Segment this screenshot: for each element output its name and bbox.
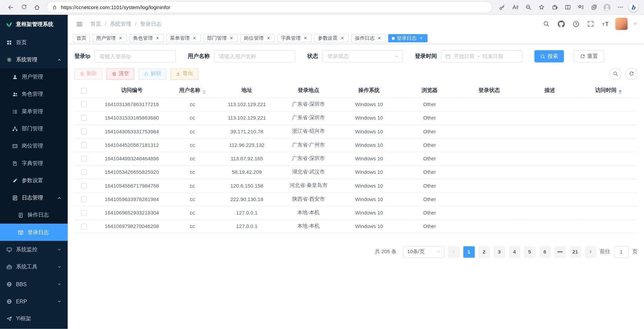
sidebar-item-yi-framework[interactable]: Yi框架 <box>0 310 68 327</box>
table-row[interactable]: 1641031367863177216 cc 113.102.129.221 广… <box>74 97 638 111</box>
sidebar-item-login-log[interactable]: 登录日志 <box>0 224 68 241</box>
breadcrumb-item[interactable]: 登录日志 <box>131 20 162 28</box>
split-screen-icon[interactable] <box>561 1 574 13</box>
sidebar-item-operation-log[interactable]: 操作日志 <box>0 206 68 224</box>
sidebar-item-system-monitor[interactable]: 系统监控 <box>0 241 68 258</box>
tab-close-icon[interactable] <box>155 36 160 41</box>
unlock-button[interactable]: 解锁 <box>138 68 166 79</box>
fullscreen-icon[interactable] <box>586 19 596 29</box>
browser-menu-dots-icon[interactable] <box>614 1 627 13</box>
password-key-icon[interactable] <box>495 1 508 13</box>
export-button[interactable]: 导出 <box>171 68 199 79</box>
favorites-bar-icon[interactable] <box>574 1 587 13</box>
tab-close-icon[interactable] <box>118 36 123 41</box>
tab[interactable]: 登录日志 <box>388 34 428 42</box>
sidebar-item-log-management[interactable]: 日志管理 <box>0 189 68 206</box>
page-number-button[interactable]: 2 <box>478 246 490 258</box>
favorites-add-icon[interactable] <box>535 1 548 13</box>
login-ip-input[interactable] <box>95 50 176 63</box>
row-checkbox[interactable] <box>81 183 86 189</box>
sidebar-item-bbs[interactable]: BBS <box>0 275 68 293</box>
sidebar-item-dept-management[interactable]: 部门管理 <box>0 120 68 137</box>
table-row[interactable]: 1641054566717984768 cc 120.6.150.158 河北省… <box>74 179 638 192</box>
sidebar-item-home[interactable]: 首页 <box>0 34 68 51</box>
browser-home-icon[interactable] <box>30 1 43 13</box>
page-number-button[interactable]: ••• <box>554 246 566 258</box>
page-number-button[interactable]: 5 <box>524 246 535 258</box>
row-checkbox[interactable] <box>81 142 86 148</box>
tab[interactable]: 岗位管理 <box>240 34 275 42</box>
page-number-button[interactable]: 3 <box>494 246 505 258</box>
tab[interactable]: 部门管理 <box>203 34 238 42</box>
clear-button[interactable]: 清空 <box>106 68 134 79</box>
prev-page-button[interactable] <box>448 246 459 258</box>
column-header-visit-time[interactable]: 访问时间 <box>579 84 637 97</box>
column-header-username[interactable]: 用户名称 <box>171 84 214 97</box>
date-range-picker[interactable]: 开始日期 - 结束日期 <box>441 50 523 63</box>
toggle-search-button[interactable] <box>610 68 621 79</box>
tab[interactable]: 用户管理 <box>93 34 127 42</box>
table-row[interactable]: 1641059633978281984 cc 222.90.130.18 陕西省… <box>74 192 638 206</box>
github-icon[interactable] <box>556 19 566 29</box>
tab-close-icon[interactable] <box>266 36 271 41</box>
tab-close-icon[interactable] <box>229 36 234 41</box>
browser-back-icon[interactable] <box>4 1 17 13</box>
next-page-button[interactable] <box>585 246 596 258</box>
browser-profile-avatar[interactable] <box>601 1 614 13</box>
sort-icons[interactable] <box>203 90 206 94</box>
status-select[interactable]: 登录状态 <box>322 50 403 63</box>
row-checkbox[interactable] <box>81 156 86 161</box>
delete-button[interactable]: 删除 <box>74 68 102 79</box>
table-row[interactable]: 1641053426655825920 cc 58.19.42.209 湖北省-… <box>74 165 638 179</box>
table-row[interactable]: 1641044993248464896 cc 113.87.92.165 广东省… <box>74 152 638 165</box>
breadcrumb-item[interactable]: 首页 <box>91 20 101 28</box>
row-checkbox[interactable] <box>81 210 86 216</box>
breadcrumb-item[interactable]: 系统管理 <box>101 20 131 28</box>
table-row[interactable]: 1641069798270046208 cc 127.0.0.1 本地-本机 W… <box>74 220 638 233</box>
app-logo[interactable]: 意框架管理系统 <box>0 15 68 34</box>
row-checkbox[interactable] <box>81 115 86 121</box>
search-button[interactable]: 搜索 <box>534 50 564 63</box>
sidebar-item-menu-management[interactable]: 菜单管理 <box>0 103 68 120</box>
sidebar-item-role-management[interactable]: 角色管理 <box>0 86 68 103</box>
sort-icons[interactable] <box>618 90 622 94</box>
help-question-icon[interactable]: ? <box>571 19 581 29</box>
page-number-button[interactable]: 1 <box>463 246 474 258</box>
sidebar-item-system-tools[interactable]: 系统工具 <box>0 258 68 275</box>
table-row[interactable]: 1641044520567181312 cc 112.96.225.132 广东… <box>74 138 638 152</box>
address-bar[interactable]: https://ccnetcore.com:1101/system/log/lo… <box>47 2 492 13</box>
row-checkbox[interactable] <box>81 224 86 229</box>
tab[interactable]: 操作日志 <box>351 34 386 42</box>
row-checkbox[interactable] <box>81 169 86 175</box>
page-size-select[interactable]: 10条/页 <box>403 246 444 258</box>
sidebar-item-param-settings[interactable]: 参数设置 <box>0 172 68 189</box>
sidebar-item-user-management[interactable]: 用户管理 <box>0 68 68 86</box>
collections-icon[interactable] <box>587 1 601 13</box>
goto-page-input[interactable] <box>614 246 629 258</box>
sidebar-item-erp[interactable]: ERP <box>0 293 68 310</box>
row-checkbox[interactable] <box>81 101 86 107</box>
page-number-button[interactable]: 4 <box>509 246 520 258</box>
tab-close-icon[interactable] <box>340 36 345 41</box>
table-row[interactable]: 1641031533185863680 cc 113.102.129.221 广… <box>74 111 638 125</box>
row-checkbox[interactable] <box>81 129 86 134</box>
tab[interactable]: 首页 <box>73 34 90 42</box>
reset-button[interactable]: 重置 <box>574 50 604 63</box>
copilot-icon[interactable]: b <box>627 1 640 13</box>
page-number-button[interactable]: 6 <box>539 246 550 258</box>
tab-close-icon[interactable] <box>192 36 197 41</box>
tab[interactable]: 参数设置 <box>314 34 349 42</box>
font-size-icon[interactable]: TT <box>601 19 610 29</box>
sidebar-item-dict-management[interactable]: 字典管理 <box>0 155 68 172</box>
sidebar-item-system-management[interactable]: 系统管理 <box>0 51 68 68</box>
user-menu-caret-icon[interactable] <box>633 19 638 29</box>
browser-refresh-icon[interactable] <box>17 1 30 13</box>
tab-close-icon[interactable] <box>303 36 308 41</box>
header-search-icon[interactable] <box>541 19 551 29</box>
user-avatar[interactable] <box>615 18 628 30</box>
read-aloud-icon[interactable] <box>508 1 522 13</box>
sidebar-item-post-management[interactable]: 岗位管理 <box>0 137 68 155</box>
sidebar-toggle-hamburger-icon[interactable] <box>74 19 84 29</box>
table-row[interactable]: 1641043063331753984 cc 39.171.210.78 浙江省… <box>74 125 638 138</box>
site-info-lock-icon[interactable] <box>52 4 58 10</box>
